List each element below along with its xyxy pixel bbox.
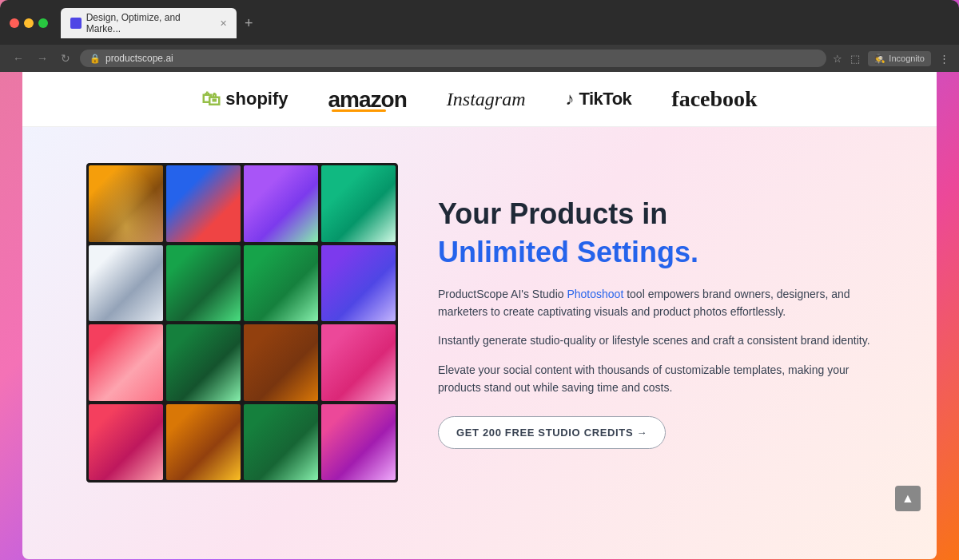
close-button[interactable]: [10, 18, 19, 28]
scroll-up-button[interactable]: ▲: [895, 486, 921, 511]
grid-image-14: [166, 404, 241, 481]
browser-toolbar: ← → ↻ 🔒 productscope.ai ☆ ⬚ 🕵 Incognito …: [0, 45, 959, 72]
grid-image-6: [166, 245, 241, 322]
tab-bar: Design, Optimize, and Marke... ✕ +: [61, 8, 949, 38]
active-tab[interactable]: Design, Optimize, and Marke... ✕: [61, 8, 237, 38]
menu-icon[interactable]: ⋮: [939, 53, 949, 65]
tiktok-logo: ♪ TikTok: [565, 89, 631, 109]
grid-image-13: [89, 404, 163, 481]
grid-image-3: [244, 165, 318, 242]
description-1: ProductScope AI's Studio Photoshoot tool…: [438, 285, 873, 321]
refresh-button[interactable]: ↻: [58, 50, 74, 66]
headline-line1: Your Products in: [438, 197, 873, 231]
cta-button[interactable]: GET 200 FREE STUDIO CREDITS →: [438, 416, 666, 449]
grid-image-5: [89, 245, 163, 322]
grid-image-12: [321, 324, 396, 401]
lock-icon: 🔒: [90, 54, 101, 64]
grid-image-16: [321, 404, 396, 481]
tab-title: Design, Optimize, and Marke...: [86, 12, 215, 34]
grid-image-8: [321, 245, 396, 322]
instagram-text: Instagram: [447, 89, 526, 110]
grid-image-4: [321, 165, 396, 242]
shopify-icon: 🛍: [201, 88, 221, 110]
minimize-button[interactable]: [24, 18, 34, 28]
product-image-grid: [86, 163, 398, 483]
facebook-logo: facebook: [671, 86, 757, 112]
incognito-icon: 🕵: [874, 54, 885, 64]
headline-line2: Unlimited Settings.: [438, 235, 873, 269]
traffic-lights: [10, 18, 48, 28]
maximize-button[interactable]: [38, 18, 48, 28]
main-content: Your Products in Unlimited Settings. Pro…: [22, 127, 937, 518]
grid-image-1: [89, 165, 163, 242]
browser-chrome: Design, Optimize, and Marke... ✕ + ← → ↻…: [0, 0, 959, 72]
tab-close-icon[interactable]: ✕: [220, 18, 227, 29]
incognito-badge: 🕵 Incognito: [868, 51, 931, 66]
titlebar: Design, Optimize, and Marke... ✕ +: [0, 0, 959, 45]
grid-image-7: [244, 245, 318, 322]
amazon-text: amazon: [328, 87, 407, 112]
browser-actions: ☆ ⬚ 🕵 Incognito ⋮: [833, 51, 949, 66]
address-bar[interactable]: 🔒 productscope.ai: [80, 50, 826, 67]
amazon-logo: amazon: [328, 87, 407, 112]
grid-image-2: [166, 165, 241, 242]
star-icon[interactable]: ☆: [833, 53, 842, 65]
tiktok-icon: ♪: [565, 89, 574, 109]
hero-text: Your Products in Unlimited Settings. Pro…: [438, 197, 873, 448]
url-text: productscope.ai: [105, 53, 173, 64]
incognito-label: Incognito: [889, 54, 925, 63]
instagram-logo: Instagram: [447, 89, 526, 110]
grid-image-9: [89, 324, 163, 401]
shopify-logo: 🛍 shopify: [201, 88, 288, 110]
description-3: Elevate your social content with thousan…: [438, 361, 873, 397]
logos-bar: 🛍 shopify amazon Instagram ♪ TikTok face…: [22, 72, 937, 127]
tiktok-text: TikTok: [579, 89, 631, 109]
page-content: 🛍 shopify amazon Instagram ♪ TikTok face…: [22, 72, 937, 559]
grid-image-11: [244, 324, 318, 401]
forward-button[interactable]: →: [34, 50, 51, 66]
grid-image-15: [244, 404, 318, 481]
desc1-prefix: ProductScope AI's Studio: [438, 288, 567, 300]
shopify-text: shopify: [225, 89, 288, 109]
description-2: Instantly generate studio-quality or lif…: [438, 332, 873, 349]
extensions-icon[interactable]: ⬚: [850, 53, 860, 65]
photoshoot-link[interactable]: Photoshoot: [567, 288, 623, 300]
grid-image-10: [166, 324, 241, 401]
back-button[interactable]: ←: [10, 50, 27, 66]
facebook-text: facebook: [671, 86, 757, 112]
new-tab-button[interactable]: +: [240, 14, 258, 34]
tab-favicon: [70, 18, 82, 29]
